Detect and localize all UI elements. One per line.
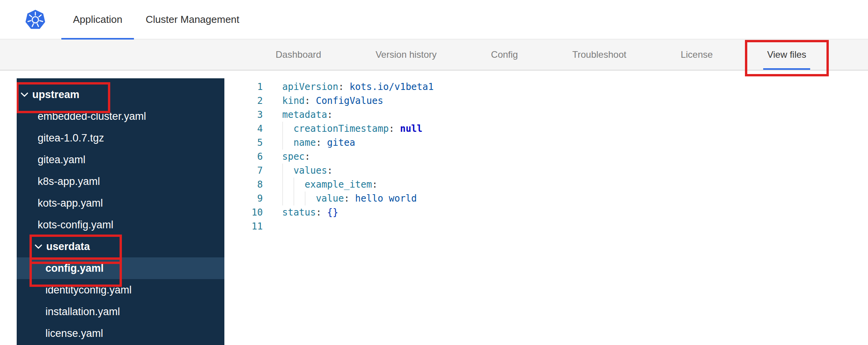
code-line-7[interactable]: 7values: [224,164,868,178]
subnav-tab-config[interactable]: Config [491,40,518,70]
line-number: 1 [224,80,263,94]
tree-item-kots-config-yaml[interactable]: kots-config.yaml [17,214,224,236]
tree-item-embedded-cluster-yaml[interactable]: embedded-cluster.yaml [17,105,224,127]
tree-item-gitea-1-0-7-tgz[interactable]: gitea-1.0.7.tgz [17,127,224,149]
subnav-tab-license[interactable]: License [681,40,713,70]
indent-guide [293,191,305,205]
code-text: example_item: [263,178,378,191]
line-number: 4 [224,122,263,136]
line-number: 9 [224,191,263,205]
folder-label: userdata [46,241,90,253]
indent-guide [293,178,305,191]
code-text: name: gitea [263,136,355,150]
code-text: value: hello world [263,191,417,205]
line-number: 8 [224,178,263,191]
code-text [263,219,282,233]
subnav-tab-view-files[interactable]: View files [767,40,806,70]
code-text: kind: ConfigValues [263,94,383,108]
tree-item-upstream[interactable]: upstream [17,84,224,105]
header-tabs: ApplicationCluster Management [61,0,251,39]
code-text: metadata: [263,108,333,122]
indent-guide [305,191,316,205]
code-text: apiVersion: kots.io/v1beta1 [263,80,434,94]
code-line-4[interactable]: 4creationTimestamp: null [224,122,868,136]
code-text: status: {} [263,205,339,219]
app-subnav: DashboardVersion historyConfigTroublesho… [0,40,868,71]
tree-item-kots-app-yaml[interactable]: kots-app.yaml [17,192,224,214]
file-label: kots-app.yaml [38,197,103,209]
code-line-8[interactable]: 8example_item: [224,178,868,191]
chevron-down-icon [21,92,28,97]
kubernetes-logo[interactable] [25,9,46,30]
tree-item-config-yaml[interactable]: config.yaml [17,257,224,279]
tree-item-license-yaml[interactable]: license.yaml [17,323,224,344]
file-label: gitea-1.0.7.tgz [38,132,104,144]
file-label: gitea.yaml [38,154,85,166]
code-line-1[interactable]: 1apiVersion: kots.io/v1beta1 [224,80,868,94]
yaml-editor[interactable]: 1apiVersion: kots.io/v1beta12kind: Confi… [224,71,868,345]
code-line-9[interactable]: 9value: hello world [224,191,868,205]
code-line-10[interactable]: 10status: {} [224,205,868,219]
subnav-tab-troubleshoot[interactable]: Troubleshoot [572,40,626,70]
subnav-tabs: DashboardVersion historyConfigTroublesho… [276,40,868,70]
kubernetes-wheel-icon [25,9,46,30]
file-tree-sidebar: upstreamembedded-cluster.yamlgitea-1.0.7… [17,78,224,345]
code-line-3[interactable]: 3metadata: [224,108,868,122]
file-tree: upstreamembedded-cluster.yamlgitea-1.0.7… [17,84,224,344]
editor-lines: 1apiVersion: kots.io/v1beta12kind: Confi… [224,80,868,233]
header-tab-cluster-management[interactable]: Cluster Management [134,0,251,39]
code-line-11[interactable]: 11 [224,219,868,233]
tree-item-gitea-yaml[interactable]: gitea.yaml [17,149,224,171]
code-line-5[interactable]: 5name: gitea [224,136,868,150]
subnav-tab-dashboard[interactable]: Dashboard [276,40,321,70]
line-number: 5 [224,136,263,150]
line-number: 7 [224,164,263,178]
header-tab-application[interactable]: Application [61,0,134,39]
line-number: 2 [224,94,263,108]
code-text: creationTimestamp: null [263,122,422,136]
code-text: values: [263,164,333,178]
app-header: ApplicationCluster Management [0,0,868,40]
indent-guide [282,136,293,150]
file-label: config.yaml [45,262,104,274]
tree-item-userdata[interactable]: userdata [17,236,224,257]
file-label: embedded-cluster.yaml [38,110,146,122]
indent-guide [282,191,293,205]
tree-item-identityconfig-yaml[interactable]: identityconfig.yaml [17,279,224,301]
file-label: k8s-app.yaml [38,176,100,188]
file-label: installation.yaml [45,306,120,318]
file-label: kots-config.yaml [38,219,113,231]
subnav-tab-version-history[interactable]: Version history [375,40,436,70]
code-line-6[interactable]: 6spec: [224,150,868,164]
code-text: spec: [263,150,310,164]
file-label: identityconfig.yaml [45,284,132,296]
line-number: 11 [224,219,263,233]
line-number: 3 [224,108,263,122]
line-number: 10 [224,205,263,219]
tree-item-k8s-app-yaml[interactable]: k8s-app.yaml [17,171,224,192]
indent-guide [282,164,293,178]
line-number: 6 [224,150,263,164]
folder-label: upstream [32,89,80,101]
tree-item-installation-yaml[interactable]: installation.yaml [17,301,224,323]
indent-guide [282,178,293,191]
file-label: license.yaml [45,328,103,340]
indent-guide [282,122,293,136]
code-line-2[interactable]: 2kind: ConfigValues [224,94,868,108]
chevron-down-icon [35,244,42,249]
